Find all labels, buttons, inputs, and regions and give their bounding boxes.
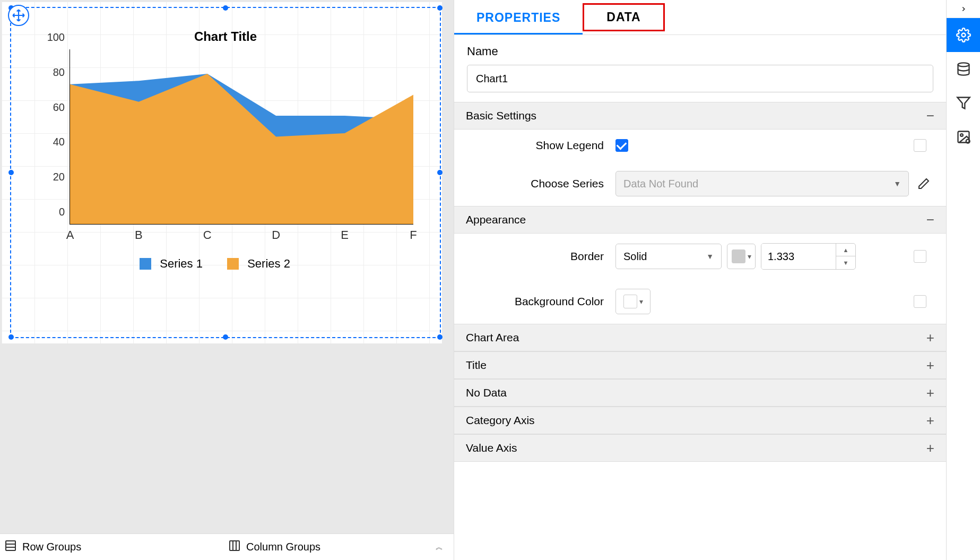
advanced-toggle-checkbox[interactable]	[914, 139, 926, 152]
choose-series-select[interactable]: Data Not Found ▼	[615, 171, 909, 196]
chevron-down-icon: ▾	[748, 252, 751, 261]
resize-handle[interactable]	[437, 334, 443, 340]
y-tick: 100	[44, 31, 65, 44]
y-tick: 80	[44, 66, 65, 78]
resize-handle[interactable]	[8, 334, 14, 340]
y-tick: 0	[44, 206, 65, 218]
x-tick: B	[135, 228, 143, 242]
resize-handle[interactable]	[437, 170, 443, 175]
legend-swatch	[140, 258, 151, 270]
resize-handle[interactable]	[8, 170, 14, 175]
row-groups-icon	[4, 539, 17, 555]
svg-point-10	[960, 134, 963, 136]
section-chart-area[interactable]: Chart Area +	[454, 324, 946, 351]
collapse-panel-button[interactable]	[947, 0, 980, 18]
spinner-down-button[interactable]: ▼	[836, 256, 855, 269]
advanced-toggle-checkbox[interactable]	[914, 250, 926, 263]
section-category-axis[interactable]: Category Axis +	[454, 407, 946, 434]
collapse-groups-icon[interactable]: ︽	[436, 542, 443, 552]
chevron-down-icon: ▼	[894, 179, 901, 188]
name-label: Name	[467, 45, 933, 58]
section-title: Title	[466, 359, 487, 372]
color-swatch	[623, 295, 637, 308]
section-basic-settings[interactable]: Basic Settings −	[454, 102, 946, 130]
filter-rail-button[interactable]	[947, 86, 981, 120]
expand-icon: +	[926, 412, 934, 429]
section-title-settings[interactable]: Title +	[454, 351, 946, 379]
resize-handle[interactable]	[223, 334, 228, 340]
chart-legend: Series 1 Series 2	[38, 256, 413, 271]
choose-series-label: Choose Series	[467, 177, 615, 190]
properties-rail-button[interactable]	[947, 18, 981, 52]
tool-rail	[946, 0, 980, 560]
x-tick: F	[410, 228, 417, 242]
section-value-axis[interactable]: Value Axis +	[454, 434, 946, 462]
column-groups-icon	[228, 539, 241, 555]
expand-icon: +	[926, 357, 934, 374]
chart-plot: 0 20 40 60 80 100 A B C D E F	[70, 49, 413, 225]
show-legend-label: Show Legend	[467, 139, 615, 152]
move-handle-icon[interactable]	[8, 5, 29, 26]
border-style-value: Solid	[623, 251, 647, 263]
design-canvas[interactable]: Chart Title 0 20 40 60 80 100 A B C D	[0, 0, 454, 560]
section-title: Category Axis	[466, 414, 535, 427]
svg-rect-3	[230, 541, 239, 550]
x-tick: D	[272, 228, 280, 242]
advanced-toggle-checkbox[interactable]	[914, 295, 926, 308]
resize-handle[interactable]	[223, 5, 228, 11]
y-tick: 20	[44, 171, 65, 183]
section-title: Value Axis	[466, 442, 517, 454]
tab-data[interactable]: DATA	[583, 3, 664, 31]
section-title: Basic Settings	[466, 109, 536, 122]
section-title: Appearance	[466, 213, 526, 226]
svg-point-11	[966, 140, 969, 143]
legend-swatch	[227, 258, 239, 270]
x-tick: A	[66, 228, 74, 242]
color-swatch	[732, 249, 745, 263]
svg-rect-0	[6, 541, 15, 550]
show-legend-checkbox[interactable]	[615, 139, 628, 152]
legend-label: Series 2	[247, 257, 290, 270]
chevron-down-icon: ▾	[639, 297, 643, 306]
properties-panel: PROPERTIES DATA Name Basic Settings − Sh…	[454, 0, 946, 560]
expand-icon: +	[926, 440, 934, 456]
border-width-input[interactable]	[761, 244, 836, 269]
expand-icon: +	[926, 385, 934, 401]
expand-icon: +	[926, 330, 934, 346]
groups-bar: Row Groups Column Groups ︽	[0, 533, 454, 560]
border-label: Border	[467, 250, 615, 263]
edit-series-button[interactable]	[914, 174, 933, 193]
border-style-select[interactable]: Solid ▼	[615, 244, 722, 269]
chart-preview: Chart Title 0 20 40 60 80 100 A B C D	[38, 29, 413, 326]
section-no-data[interactable]: No Data +	[454, 379, 946, 407]
chart-selection[interactable]: Chart Title 0 20 40 60 80 100 A B C D	[10, 7, 441, 338]
border-width-spinner[interactable]: ▲ ▼	[761, 243, 856, 270]
choose-series-value: Data Not Found	[623, 178, 698, 190]
section-appearance[interactable]: Appearance −	[454, 206, 946, 234]
x-tick: E	[341, 228, 349, 242]
image-rail-button[interactable]	[947, 120, 981, 154]
x-tick: C	[203, 228, 212, 242]
collapse-icon: −	[926, 212, 934, 228]
bg-color-label: Background Color	[467, 295, 615, 308]
y-tick: 40	[44, 136, 65, 148]
tab-properties[interactable]: PROPERTIES	[454, 0, 583, 35]
chart-title: Chart Title	[38, 29, 413, 44]
spinner-up-button[interactable]: ▲	[836, 244, 855, 256]
name-input[interactable]	[467, 65, 933, 92]
collapse-icon: −	[926, 108, 934, 124]
svg-marker-8	[957, 98, 969, 109]
resize-handle[interactable]	[437, 5, 443, 11]
border-color-picker[interactable]: ▾	[727, 244, 756, 269]
svg-point-6	[961, 33, 965, 37]
bg-color-picker[interactable]: ▾	[615, 289, 651, 314]
legend-label: Series 1	[160, 257, 203, 270]
data-rail-button[interactable]	[947, 52, 981, 86]
section-title: Chart Area	[466, 331, 519, 344]
section-title: No Data	[466, 386, 507, 399]
column-groups-label[interactable]: Column Groups	[246, 541, 320, 553]
row-groups-label[interactable]: Row Groups	[22, 541, 81, 553]
y-tick: 60	[44, 101, 65, 113]
svg-point-7	[958, 63, 969, 66]
chevron-down-icon: ▼	[706, 252, 714, 261]
